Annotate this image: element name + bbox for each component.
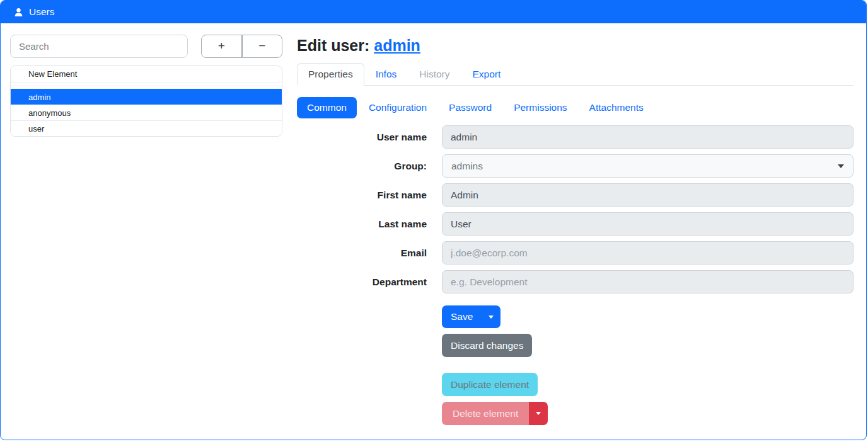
app-header: Users (1, 1, 866, 23)
group-select[interactable]: admins (442, 154, 854, 178)
form-row: Group: admins (297, 154, 854, 178)
app-card: Users + − New Element admin anonymous us… (0, 0, 867, 440)
delete-dropdown-toggle[interactable] (529, 402, 548, 425)
save-button-group: Save (442, 305, 501, 328)
add-element-button[interactable]: + (201, 35, 242, 58)
sidebar: + − New Element admin anonymous user (10, 35, 282, 137)
pill-permissions[interactable]: Permissions (504, 97, 577, 118)
duplicate-element-button: Duplicate element (442, 373, 538, 396)
list-item-user[interactable]: user (11, 120, 282, 136)
department-label: Department (297, 276, 442, 288)
edited-user-link[interactable]: admin (374, 37, 420, 54)
form-row: First name (297, 183, 854, 207)
save-button[interactable]: Save (442, 305, 482, 328)
username-label: User name (297, 132, 442, 143)
list-item-anonymous[interactable]: anonymous (11, 105, 282, 120)
add-remove-button-group: + − (201, 35, 282, 58)
form-row: Last name (297, 212, 854, 236)
tab-infos[interactable]: Infos (364, 63, 408, 86)
app-title: Users (29, 6, 54, 18)
user-list: New Element admin anonymous user (10, 65, 282, 137)
save-dropdown-toggle[interactable] (482, 305, 501, 328)
pill-attachments[interactable]: Attachments (579, 97, 654, 118)
group-select-value: admins (451, 161, 483, 172)
form-row: User name (297, 125, 854, 149)
tab-bar: Properties Infos History Export (297, 63, 854, 86)
remove-element-button[interactable]: − (242, 35, 283, 58)
tab-history: History (408, 63, 461, 86)
discard-changes-button[interactable]: Discard changes (442, 334, 532, 357)
page-title: Edit user: admin (297, 37, 854, 55)
tab-properties[interactable]: Properties (297, 63, 364, 86)
pill-bar: Common Configuration Password Permission… (297, 97, 854, 118)
form-row: Department (297, 270, 854, 293)
list-item-new-element[interactable]: New Element (11, 66, 282, 83)
main-panel: Edit user: admin Properties Infos Histor… (297, 37, 854, 425)
page-title-prefix: Edit user: (297, 37, 369, 54)
pill-configuration[interactable]: Configuration (359, 97, 437, 118)
lastname-label: Last name (297, 219, 442, 230)
caret-down-icon (536, 412, 541, 415)
firstname-label: First name (297, 190, 442, 201)
caret-down-icon (489, 316, 494, 319)
pill-password[interactable]: Password (439, 97, 502, 118)
username-field (442, 125, 854, 149)
user-form: User name Group: admins First name Last … (297, 125, 854, 425)
sidebar-toolbar: + − (10, 35, 282, 58)
delete-element-button: Delete element (442, 402, 529, 425)
list-item-admin[interactable]: admin (11, 89, 282, 105)
pill-common[interactable]: Common (297, 97, 357, 118)
form-row: Email (297, 241, 854, 265)
email-label: Email (297, 248, 442, 259)
group-label: Group: (297, 161, 442, 172)
delete-button-group: Delete element (442, 402, 548, 425)
email-field (442, 241, 854, 265)
lastname-field (442, 212, 854, 236)
search-input[interactable] (10, 35, 188, 58)
person-icon (14, 8, 23, 17)
form-actions: Save Discard changes Duplicate element D… (442, 299, 854, 425)
department-field (442, 270, 854, 293)
caret-down-icon (838, 164, 844, 168)
firstname-field (442, 183, 854, 207)
tab-export[interactable]: Export (461, 63, 512, 86)
